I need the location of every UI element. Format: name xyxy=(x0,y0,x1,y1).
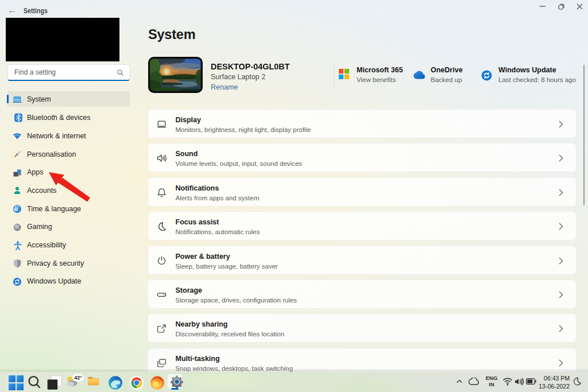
svg-text:42°: 42° xyxy=(74,375,82,381)
